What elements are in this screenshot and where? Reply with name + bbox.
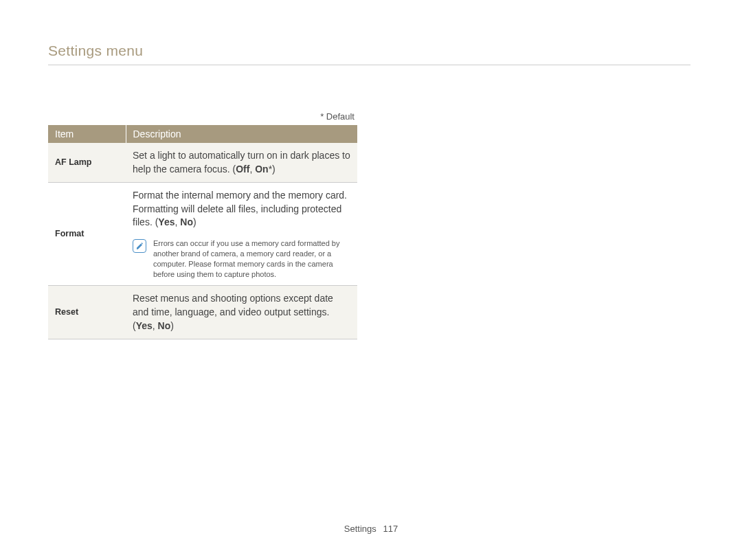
- row-description: Reset menus and shooting options except …: [126, 286, 357, 339]
- table-row: Format Format the internal memory and th…: [48, 183, 357, 286]
- option-sep: ,: [153, 320, 158, 331]
- page-footer: Settings 117: [0, 524, 742, 534]
- default-note: * Default: [48, 111, 357, 122]
- row-description: Format the internal memory and the memor…: [126, 183, 357, 286]
- option-no: No: [158, 320, 171, 331]
- desc-post: ): [193, 216, 196, 227]
- row-item-label: AF Lamp: [48, 143, 126, 183]
- option-yes: Yes: [158, 216, 175, 227]
- title-divider: [48, 65, 690, 65]
- option-off: Off: [236, 164, 249, 175]
- row-item-label: Format: [48, 183, 126, 286]
- note-text: Errors can occur if you use a memory car…: [153, 238, 350, 279]
- pencil-icon: [136, 242, 143, 250]
- note-icon: [133, 239, 146, 253]
- option-on: On: [255, 164, 268, 175]
- row-description: Set a light to automatically turn on in …: [126, 143, 357, 183]
- footer-page-number: 117: [383, 524, 398, 534]
- option-no: No: [180, 216, 193, 227]
- table-row: AF Lamp Set a light to automatically tur…: [48, 143, 357, 183]
- desc-post: ): [170, 320, 174, 331]
- footer-section: Settings: [344, 524, 376, 534]
- header-description: Description: [126, 125, 357, 143]
- option-yes: Yes: [136, 320, 153, 331]
- note-box: Errors can occur if you use a memory car…: [133, 235, 350, 279]
- page-title: Settings menu: [48, 43, 143, 59]
- content-area: * Default Item Description AF Lamp Set a…: [48, 111, 357, 339]
- table-row: Reset Reset menus and shooting options e…: [48, 286, 357, 339]
- row-item-label: Reset: [48, 286, 126, 339]
- desc-post: ): [272, 164, 276, 175]
- header-item: Item: [48, 125, 126, 143]
- table-header-row: Item Description: [48, 125, 357, 143]
- settings-table: Item Description AF Lamp Set a light to …: [48, 125, 357, 339]
